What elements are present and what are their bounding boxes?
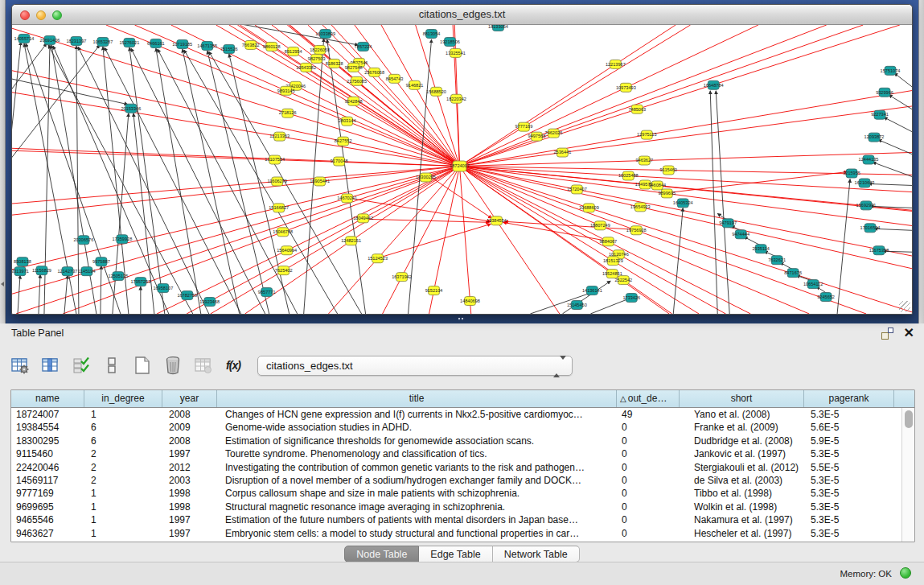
table-row[interactable]: 946554611997Estimation of the future num…	[11, 513, 901, 526]
select-column-icon[interactable]	[39, 353, 63, 377]
graph-node[interactable]: 11606279	[267, 177, 286, 186]
graph-node[interactable]: 9152104	[425, 286, 443, 295]
graph-node[interactable]: 17957253	[130, 278, 150, 286]
graph-node[interactable]: 9827548	[345, 63, 363, 72]
graph-node[interactable]: 7857224	[355, 42, 372, 51]
graph-node[interactable]: 8813054	[423, 29, 441, 38]
graph-node[interactable]: 12482151	[341, 237, 361, 245]
graph-node[interactable]: 13107554	[265, 155, 285, 164]
graph-node[interactable]: 2718126	[279, 109, 297, 117]
graph-node[interactable]: 9215955	[843, 169, 860, 178]
graph-node[interactable]: 20206576	[73, 236, 93, 245]
graph-node[interactable]: 19384554	[487, 216, 507, 225]
graph-node[interactable]: 18049442	[353, 214, 373, 223]
graph-node[interactable]: 12975115	[637, 130, 656, 139]
table-row[interactable]: 1872400712008Changes of HCN gene express…	[11, 408, 901, 421]
close-panel-icon[interactable]: ✕	[904, 325, 914, 341]
graph-node[interactable]: 15276021	[119, 38, 139, 47]
import-table-icon[interactable]	[191, 353, 216, 377]
graph-node[interactable]: 9460844	[648, 181, 666, 190]
scrollbar-thumb[interactable]	[905, 410, 913, 428]
graph-node[interactable]: 16782759	[177, 291, 197, 300]
float-panel-icon[interactable]	[881, 328, 893, 340]
graph-node[interactable]: 19756928	[626, 226, 647, 235]
graph-node[interactable]: 16905441	[310, 177, 330, 186]
graph-node[interactable]: 14055714	[14, 34, 35, 43]
graph-node[interactable]: 18151329	[603, 257, 623, 266]
graph-node[interactable]: 8427552	[335, 137, 352, 146]
vertical-scrollbar[interactable]	[901, 408, 914, 542]
graph-node[interactable]: 12444135	[859, 155, 879, 164]
table-row[interactable]: 911546021997Tourette syndrome. Phenomeno…	[11, 447, 901, 460]
graph-node[interactable]: 9474444	[732, 230, 749, 239]
graph-node[interactable]: 9777169	[515, 122, 533, 131]
tab-network-table[interactable]: Network Table	[493, 546, 580, 562]
graph-node[interactable]: 15751074	[881, 66, 901, 75]
graph-node[interactable]: 18724007	[450, 161, 470, 171]
column-header-title[interactable]: title	[217, 390, 617, 407]
column-header-in_degree[interactable]: in_degree	[84, 390, 162, 407]
memory-ok-indicator[interactable]	[900, 567, 911, 579]
graph-node[interactable]: 8454743	[386, 74, 404, 83]
graph-node[interactable]: 6466161	[147, 39, 165, 47]
table-row[interactable]: 1938455462009Genome-wide association stu…	[11, 421, 901, 434]
graph-node[interactable]: 7625402	[275, 266, 293, 275]
table-row[interactable]: 969969511998Structural magnetic resonanc…	[11, 501, 901, 513]
graph-node[interactable]: 8912954	[285, 47, 302, 56]
table-row[interactable]: 946362711997Embryonic stem cells: a mode…	[11, 527, 901, 540]
graph-node[interactable]: 15046768	[273, 228, 293, 237]
graph-node[interactable]: 15688520	[426, 87, 446, 96]
graph-node[interactable]: 16210643	[855, 179, 875, 187]
graph-node[interactable]: 12213363	[269, 132, 290, 141]
graph-node[interactable]: 9329966	[876, 88, 893, 97]
graph-node[interactable]: 9827503	[308, 54, 326, 63]
graph-node[interactable]: 9893145	[277, 86, 295, 95]
graph-node[interactable]: 9899695	[658, 189, 676, 198]
graph-node[interactable]: 9479197	[719, 219, 737, 228]
graph-node[interactable]: 10653287	[92, 37, 113, 46]
graph-node[interactable]: 18226058	[310, 45, 330, 54]
graph-node[interactable]: 15124523	[368, 254, 388, 263]
graph-node[interactable]: 7462026	[545, 129, 563, 138]
graph-node[interactable]: 9975887	[92, 257, 110, 266]
new-table-icon[interactable]	[130, 353, 154, 377]
graph-node[interactable]: 18133054	[488, 25, 508, 31]
graph-node[interactable]: 16371942	[392, 273, 412, 282]
graph-node[interactable]: 14136141	[582, 286, 602, 295]
graph-node[interactable]: 16405324	[673, 199, 693, 208]
graph-node[interactable]: 15166827	[269, 204, 289, 212]
column-header-year[interactable]: year	[162, 390, 217, 407]
graph-node[interactable]: 15720407	[567, 185, 587, 194]
column-header-pagerank[interactable]: pagerank	[804, 390, 894, 407]
network-canvas[interactable]: 1405571420691406182313971065328715276021…	[12, 25, 912, 314]
graph-node[interactable]: 1733426	[622, 294, 640, 303]
column-header-name[interactable]: name	[11, 390, 84, 407]
graph-node[interactable]: 16033809	[315, 29, 335, 38]
graph-node[interactable]: 2935114	[753, 245, 770, 253]
function-builder-icon[interactable]: f(x)	[222, 353, 246, 377]
graph-node[interactable]: 9245652	[817, 293, 835, 302]
graph-node[interactable]: 12213967	[606, 60, 626, 68]
table-row[interactable]: 2242004622012Investigating the contribut…	[11, 461, 901, 474]
graph-node[interactable]: 11675358	[869, 246, 889, 255]
graph-node[interactable]: 10654112	[803, 280, 823, 289]
right-panel-edge[interactable]	[918, 0, 924, 323]
graph-node[interactable]: 9170048	[331, 157, 348, 166]
graph-node[interactable]: 16648784	[704, 80, 724, 89]
network-window[interactable]: citations_edges.txt 14055714206914061823…	[11, 4, 913, 315]
graph-node[interactable]: 17016504	[860, 224, 881, 233]
tab-node-table[interactable]: Node Table	[344, 546, 419, 562]
graph-node[interactable]: 7632621	[768, 256, 786, 265]
tab-edge-table[interactable]: Edge Table	[419, 546, 492, 562]
left-panel-edge[interactable]	[0, 0, 6, 323]
graph-node[interactable]: 20691406	[40, 35, 60, 44]
graph-node[interactable]: 7485063	[628, 105, 646, 113]
graph-node[interactable]: 15692971	[856, 201, 877, 210]
window-titlebar[interactable]: citations_edges.txt	[12, 5, 912, 25]
graph-node[interactable]: 9146821	[406, 80, 424, 89]
network-selector[interactable]: citations_edges.txt	[257, 356, 573, 376]
graph-node[interactable]: 7515526	[220, 44, 238, 53]
graph-node[interactable]: 23676068	[364, 68, 384, 76]
graph-node[interactable]: 8508138	[14, 257, 31, 266]
column-header-short[interactable]: short	[680, 390, 804, 407]
